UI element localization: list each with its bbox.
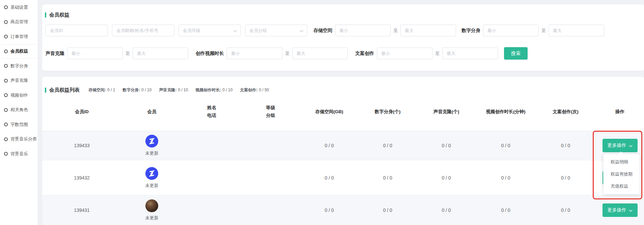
stat-copy: 文案创作:0 / 50 [240,87,269,93]
member-id-cell: 139433 [42,143,121,148]
chevron-down-icon [629,143,633,148]
sidebar: 基础设置 商品管理 订单管理 会员权益 数字分身 声音克隆 视频创作 相关角色 [0,0,38,225]
member-group-select[interactable]: 会员分组 [245,25,307,36]
copy-times-cell: 0 / 0 [535,143,596,148]
logo-avatar-icon [147,169,156,178]
more-actions-button[interactable]: 更多操作 [603,139,638,152]
title-accent-bar [45,88,46,93]
member-id-cell: 139431 [42,207,121,213]
range-to-label: 至 [393,28,398,34]
storage-min-input[interactable] [335,25,391,36]
stat-avatar: 数字分身:0 / 10 [122,87,151,93]
avatar-min-input[interactable] [483,25,539,36]
circle-icon [4,137,8,141]
voice-count-cell: 0 / 0 [417,207,476,213]
sidebar-item-label: 视频创作 [10,92,28,98]
status-label: 未更新 [145,183,159,189]
col-level-group: 等级分组 [241,104,300,120]
sidebar-item-related-roles[interactable]: 相关角色 [0,103,38,118]
copy-max-input[interactable] [442,47,498,59]
more-actions-button[interactable]: 更多操作 [603,203,638,217]
range-to-label: 至 [285,51,289,57]
circle-icon [4,93,8,97]
stat-storage: 存储空间:0 / 1 [88,87,115,93]
filter-row-2: 声音克隆 至 创作视频时长 至 文案创作 至 搜索 [46,47,528,60]
col-member-id: 会员ID [42,108,121,116]
more-actions-dropdown: 权益明细 权益有效期 充值权益 [603,154,640,194]
avatar-count-cell: 0 / 0 [359,143,417,148]
circle-icon [4,50,8,53]
avatar-range-label: 数字分身 [461,28,480,34]
voice-max-input[interactable] [133,47,188,59]
member-level-select[interactable]: 会员等级 [178,25,241,36]
search-button[interactable]: 搜索 [504,47,528,60]
video-max-input[interactable] [292,47,348,59]
voice-range-label: 声音克隆 [46,51,64,57]
sidebar-item-member-benefits[interactable]: 会员权益 [0,44,38,59]
table-body: 139433 未更新 0 / 0 0 / 0 0 / 0 0 / 0 0 / 0… [42,131,644,225]
col-storage: 存储空间(GB) [300,108,359,116]
copy-times-cell: 0 / 0 [535,207,596,213]
storage-cell: 0 / 0 [300,207,359,213]
avatar [145,167,158,180]
col-avatar-count: 数字分身(个) [359,108,417,116]
sidebar-item-bgm[interactable]: 背景音乐 [0,147,38,161]
col-video-minutes: 视频创作时长(分钟) [476,108,535,116]
sidebar-item-label: 相关角色 [10,107,28,113]
sidebar-item-label: 订单管理 [10,34,28,40]
copy-min-input[interactable] [377,47,432,59]
dropdown-item-benefit-validity[interactable]: 权益有效期 [604,168,640,180]
avatar [145,135,158,148]
video-minutes-cell: 0 / 0 [476,175,535,181]
storage-cell: 0 / 0 [300,143,359,148]
copy-times-cell: 0 / 0 [535,175,596,181]
avatar-max-input[interactable] [549,25,604,36]
voice-min-input[interactable] [67,47,123,59]
sidebar-item-word-count-range[interactable]: 字数范围 [0,117,38,132]
dropdown-item-benefit-detail[interactable]: 权益明细 [604,156,640,168]
avatar-photo [145,199,158,212]
circle-icon [4,152,8,156]
member-level-placeholder: 会员等级 [183,28,200,34]
circle-icon [4,64,8,68]
table-row: 139432 未更新 0 / 0 0 / 0 0 / 0 0 / 0 0 / 0… [42,160,644,195]
sidebar-item-digital-avatar[interactable]: 数字分身 [0,59,38,73]
circle-icon [4,20,8,24]
sidebar-item-label: 背景音乐分类 [10,136,37,142]
sidebar-item-label: 会员权益 [10,48,28,54]
circle-icon [4,35,8,38]
sidebar-item-label: 背景音乐 [10,151,28,157]
member-id-cell: 139432 [42,175,121,181]
col-actions: 操作 [596,108,644,116]
sidebar-item-voice-clone[interactable]: 声音克隆 [0,73,38,88]
circle-icon [4,79,8,83]
sidebar-item-basic-settings[interactable]: 基础设置 [0,0,38,15]
table-row: 139433 未更新 0 / 0 0 / 0 0 / 0 0 / 0 0 / 0… [42,131,644,160]
sidebar-item-label: 字数范围 [10,122,28,128]
nickname-input[interactable] [112,25,174,36]
member-id-input[interactable] [46,25,108,36]
range-to-label: 至 [125,51,130,57]
chevron-down-icon [300,28,304,34]
list-header: 会员权益列表 存储空间:0 / 1 数字分身:0 / 10 声音克隆:0 / 1… [45,87,269,93]
dropdown-item-recharge-benefit[interactable]: 充值权益 [604,180,640,192]
col-voice-count: 声音克隆(个) [417,108,476,116]
list-title: 会员权益列表 [49,87,80,93]
sidebar-item-product-management[interactable]: 商品管理 [0,15,38,30]
chevron-down-icon [629,207,633,213]
sidebar-item-label: 基础设置 [10,4,28,10]
status-label: 未更新 [145,150,159,156]
member-cell: 未更新 [121,167,182,189]
sidebar-item-label: 声音克隆 [10,77,28,84]
sidebar-item-bgm-category[interactable]: 背景音乐分类 [0,132,38,147]
sidebar-item-label: 商品管理 [10,19,28,25]
screen: 基础设置 商品管理 订单管理 会员权益 数字分身 声音克隆 视频创作 相关角色 [0,0,644,225]
stat-video: 视频创作时长:0 / 10 [195,87,232,93]
storage-max-input[interactable] [400,25,456,36]
circle-icon [4,108,8,112]
voice-count-cell: 0 / 0 [417,175,476,181]
sidebar-item-order-management[interactable]: 订单管理 [0,29,38,44]
storage-range-label: 存储空间 [313,28,332,34]
sidebar-item-video-creation[interactable]: 视频创作 [0,88,38,103]
video-min-input[interactable] [227,47,282,59]
